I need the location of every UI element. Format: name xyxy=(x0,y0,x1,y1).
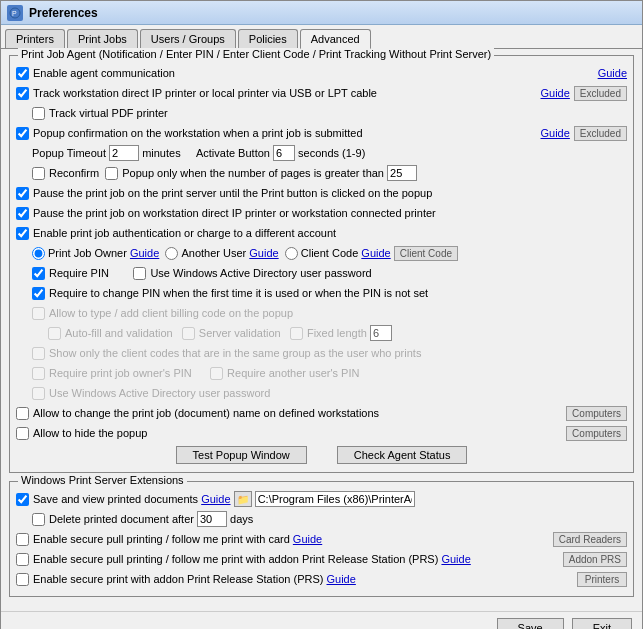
pause-workstation-checkbox[interactable] xyxy=(16,207,29,220)
require-change-pin-checkbox[interactable] xyxy=(32,287,45,300)
guide-client-link[interactable]: Guide xyxy=(361,247,390,259)
computers-button-1[interactable]: Computers xyxy=(566,406,627,421)
owner-user-row: Print Job Owner Guide Another User Guide xyxy=(16,244,627,262)
exit-button[interactable]: Exit xyxy=(572,618,632,629)
print-job-owner-radio-label[interactable]: Print Job Owner xyxy=(32,247,127,260)
require-another-pin-checkbox xyxy=(210,367,223,380)
require-change-pin-label[interactable]: Require to change PIN when the first tim… xyxy=(32,287,428,300)
guide-pull-link[interactable]: Guide xyxy=(293,533,322,545)
server-validation-checkbox xyxy=(182,327,195,340)
computers-button-2[interactable]: Computers xyxy=(566,426,627,441)
allow-type-client-label: Allow to type / add client billing code … xyxy=(32,307,293,320)
delete-after-checkbox[interactable] xyxy=(32,513,45,526)
folder-path-input[interactable] xyxy=(255,491,415,507)
pause-server-row: Pause the print job on the print server … xyxy=(16,184,627,202)
track-virtual-checkbox[interactable] xyxy=(32,107,45,120)
save-button[interactable]: Save xyxy=(497,618,564,629)
windows-ad-checkbox[interactable] xyxy=(133,267,146,280)
require-pin-label[interactable]: Require PIN xyxy=(32,267,109,280)
track-virtual-label[interactable]: Track virtual PDF printer xyxy=(32,107,168,120)
save-view-label[interactable]: Save and view printed documents xyxy=(16,493,198,506)
require-owner-pin-checkbox xyxy=(32,367,45,380)
printers-button[interactable]: Printers xyxy=(577,572,627,587)
tab-advanced[interactable]: Advanced xyxy=(300,29,371,49)
guide-addon-link[interactable]: Guide xyxy=(327,573,356,585)
allow-type-client-row: Allow to type / add client billing code … xyxy=(16,304,627,322)
guide-link-3[interactable]: Guide xyxy=(541,127,570,139)
save-view-row: Save and view printed documents Guide 📁 xyxy=(16,490,627,508)
allow-hide-popup-label[interactable]: Allow to hide the popup xyxy=(16,427,147,440)
require-pin-checkbox[interactable] xyxy=(32,267,45,280)
tab-printers[interactable]: Printers xyxy=(5,29,65,48)
guide-link-2[interactable]: Guide xyxy=(541,87,570,99)
pause-server-label[interactable]: Pause the print job on the print server … xyxy=(16,187,432,200)
popup-timeout-input[interactable] xyxy=(109,145,139,161)
allow-change-name-label[interactable]: Allow to change the print job (document)… xyxy=(16,407,379,420)
client-code-button[interactable]: Client Code xyxy=(394,246,458,261)
guide-link-1[interactable]: Guide xyxy=(598,67,627,79)
reconfirm-label[interactable]: Reconfirm xyxy=(32,167,99,180)
enable-agent-checkbox[interactable] xyxy=(16,67,29,80)
print-job-agent-group: Print Job Agent (Notification / Enter PI… xyxy=(9,55,634,473)
show-client-codes-checkbox xyxy=(32,347,45,360)
card-readers-button[interactable]: Card Readers xyxy=(553,532,627,547)
server-validation-label: Server validation xyxy=(182,327,281,340)
activate-button-input[interactable] xyxy=(273,145,295,161)
another-user-radio[interactable] xyxy=(165,247,178,260)
show-client-codes-label: Show only the client codes that are in t… xyxy=(32,347,421,360)
tab-print-jobs[interactable]: Print Jobs xyxy=(67,29,138,48)
windows-print-server-title: Windows Print Server Extensions xyxy=(18,474,187,486)
allow-type-client-checkbox xyxy=(32,307,45,320)
save-view-checkbox[interactable] xyxy=(16,493,29,506)
track-workstation-checkbox[interactable] xyxy=(16,87,29,100)
secure-addon-checkbox[interactable] xyxy=(16,573,29,586)
delete-after-row: Delete printed document after days xyxy=(16,510,627,528)
another-user-radio-label[interactable]: Another User xyxy=(165,247,246,260)
guide-prs-link[interactable]: Guide xyxy=(441,553,470,565)
popup-confirm-row: Popup confirmation on the workstation wh… xyxy=(16,124,627,142)
reconfirm-checkbox[interactable] xyxy=(32,167,45,180)
pause-server-checkbox[interactable] xyxy=(16,187,29,200)
client-code-radio-label[interactable]: Client Code xyxy=(285,247,358,260)
enable-auth-checkbox[interactable] xyxy=(16,227,29,240)
delete-after-label[interactable]: Delete printed document after xyxy=(32,513,194,526)
secure-prs-label[interactable]: Enable secure pull printing / follow me … xyxy=(16,553,438,566)
use-windows-ad-row: Use Windows Active Directory user passwo… xyxy=(16,384,627,402)
tab-policies[interactable]: Policies xyxy=(238,29,298,48)
popup-timeout-row: Popup Timeout minutes Activate Button se… xyxy=(16,144,627,162)
popup-only-label[interactable]: Popup only xyxy=(105,167,177,180)
tab-bar: Printers Print Jobs Users / Groups Polic… xyxy=(1,25,642,49)
test-popup-button[interactable]: Test Popup Window xyxy=(176,446,307,464)
autofill-label: Auto-fill and validation xyxy=(48,327,173,340)
check-agent-button[interactable]: Check Agent Status xyxy=(337,446,468,464)
print-job-owner-radio[interactable] xyxy=(32,247,45,260)
tab-users-groups[interactable]: Users / Groups xyxy=(140,29,236,48)
track-workstation-row: Track workstation direct IP printer or l… xyxy=(16,84,627,102)
days-input[interactable] xyxy=(197,511,227,527)
windows-ad-label[interactable]: Use Windows Active Directory user passwo… xyxy=(133,267,371,280)
pages-greater-than-input[interactable] xyxy=(387,165,417,181)
validation-row: Auto-fill and validation Server validati… xyxy=(16,324,627,342)
guide-owner-link[interactable]: Guide xyxy=(130,247,159,259)
client-code-radio[interactable] xyxy=(285,247,298,260)
secure-addon-label[interactable]: Enable secure print with addon Print Rel… xyxy=(16,573,323,586)
excluded-button-1[interactable]: Excluded xyxy=(574,86,627,101)
track-workstation-label[interactable]: Track workstation direct IP printer or l… xyxy=(16,87,377,100)
guide-save-link[interactable]: Guide xyxy=(201,493,230,505)
popup-confirm-label[interactable]: Popup confirmation on the workstation wh… xyxy=(16,127,363,140)
secure-pull-card-checkbox[interactable] xyxy=(16,533,29,546)
guide-user-link[interactable]: Guide xyxy=(249,247,278,259)
secure-pull-card-label[interactable]: Enable secure pull printing / follow me … xyxy=(16,533,290,546)
allow-hide-popup-checkbox[interactable] xyxy=(16,427,29,440)
popup-only-checkbox[interactable] xyxy=(105,167,118,180)
folder-icon-button[interactable]: 📁 xyxy=(234,491,252,507)
pause-workstation-label[interactable]: Pause the print job on workstation direc… xyxy=(16,207,436,220)
popup-confirm-checkbox[interactable] xyxy=(16,127,29,140)
secure-prs-checkbox[interactable] xyxy=(16,553,29,566)
reconfirm-row: Reconfirm Popup only when the number of … xyxy=(16,164,627,182)
enable-auth-label[interactable]: Enable print job authentication or charg… xyxy=(16,227,336,240)
allow-change-name-checkbox[interactable] xyxy=(16,407,29,420)
enable-agent-label[interactable]: Enable agent communication xyxy=(16,67,175,80)
excluded-button-2[interactable]: Excluded xyxy=(574,126,627,141)
addon-prs-button[interactable]: Addon PRS xyxy=(563,552,627,567)
